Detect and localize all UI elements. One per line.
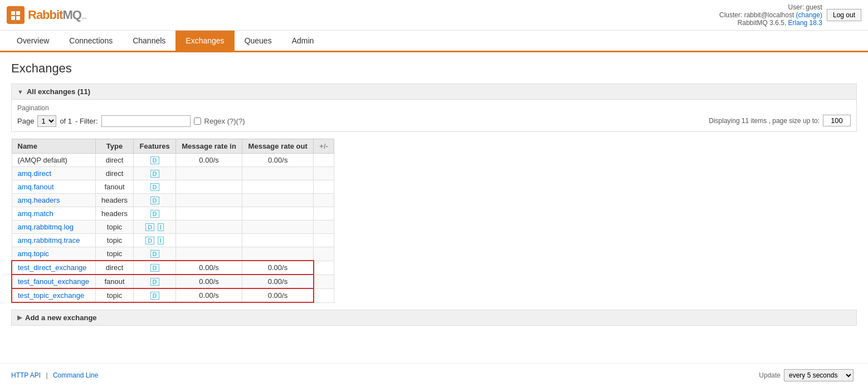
filter-label: - Filter:	[75, 117, 97, 125]
pagination-area: Pagination Page 1 of 1 - Filter: Regex (…	[11, 100, 857, 132]
exchange-name[interactable]: test_topic_exchange	[12, 288, 95, 302]
all-exchanges-label: All exchanges (11)	[27, 87, 90, 96]
regex-label: Regex (?)(?)	[204, 117, 245, 125]
table-row[interactable]: test_topic_exchangetopicD 0.00/s0.00/s	[12, 288, 334, 302]
exchanges-table: Name Type Features Message rate in Messa…	[11, 139, 334, 303]
of-label: of 1	[60, 117, 72, 125]
cluster-change-link[interactable]: (change)	[796, 11, 822, 19]
message-rate-in: 0.00/s	[175, 261, 242, 275]
exchange-name[interactable]: amq.rabbitmq.log	[12, 221, 95, 234]
table-row[interactable]: amq.rabbitmq.logtopicD I	[12, 221, 334, 234]
exchange-name[interactable]: (AMQP default)	[12, 154, 95, 167]
plus-minus-cell	[314, 194, 334, 207]
message-rate-out: 0.00/s	[242, 154, 314, 167]
pagination-label: Pagination	[17, 104, 851, 112]
user-info: User: guest Cluster: rabbit@localhost (c…	[719, 3, 822, 27]
table-row[interactable]: amq.directdirectD	[12, 167, 334, 180]
page-size-input[interactable]	[823, 115, 851, 126]
page-label: Page	[17, 117, 34, 125]
durable-badge: D	[150, 156, 159, 164]
exchange-features: D	[134, 180, 176, 194]
table-row[interactable]: test_fanout_exchangefanoutD 0.00/s0.00/s	[12, 275, 334, 288]
plus-minus-cell	[314, 180, 334, 194]
plus-minus-cell	[314, 247, 334, 261]
plus-minus-cell	[314, 167, 334, 180]
exchange-features: D	[134, 154, 176, 167]
nav-exchanges[interactable]: Exchanges	[175, 31, 234, 51]
exchange-features: D	[134, 167, 176, 180]
exchange-name[interactable]: test_fanout_exchange	[12, 275, 95, 288]
exchange-type: fanout	[95, 180, 133, 194]
internal-badge: I	[158, 223, 164, 231]
exchange-features: D	[134, 275, 176, 288]
table-row[interactable]: amq.fanoutfanoutD	[12, 180, 334, 194]
exchange-name[interactable]: amq.topic	[12, 247, 95, 261]
exchange-type: headers	[95, 194, 133, 207]
svg-rect-2	[11, 16, 15, 20]
exchange-features: D I	[134, 221, 176, 234]
table-row[interactable]: amq.matchheadersD	[12, 207, 334, 221]
message-rate-in	[175, 207, 242, 221]
col-type: Type	[95, 139, 133, 154]
all-exchanges-section: ▼ All exchanges (11) Pagination Page 1 o…	[11, 84, 857, 303]
exchange-name[interactable]: amq.headers	[12, 194, 95, 207]
collapse-icon: ▼	[17, 89, 23, 95]
plus-minus-cell	[314, 275, 334, 288]
message-rate-in	[175, 247, 242, 261]
table-row[interactable]: amq.rabbitmq.tracetopicD I	[12, 234, 334, 247]
plus-minus-cell	[314, 221, 334, 234]
table-row[interactable]: test_direct_exchangedirectD 0.00/s0.00/s	[12, 261, 334, 275]
svg-rect-0	[11, 11, 15, 15]
exchange-type: headers	[95, 207, 133, 221]
add-exchange-section: ▶ Add a new exchange	[11, 310, 857, 326]
exchange-name[interactable]: amq.rabbitmq.trace	[12, 234, 95, 247]
page-select[interactable]: 1	[37, 115, 56, 127]
nav-channels[interactable]: Channels	[123, 31, 175, 51]
exchanges-table-wrapper: Name Type Features Message rate in Messa…	[11, 139, 857, 303]
message-rate-out: 0.00/s	[242, 275, 314, 288]
plus-minus-cell	[314, 154, 334, 167]
plus-minus-cell	[314, 234, 334, 247]
add-exchange-header[interactable]: ▶ Add a new exchange	[12, 310, 856, 325]
message-rate-out	[242, 221, 314, 234]
add-exchange-label: Add a new exchange	[25, 313, 97, 322]
table-row[interactable]: amq.topictopicD	[12, 247, 334, 261]
exchange-name[interactable]: test_direct_exchange	[12, 261, 95, 275]
erlang-link[interactable]: Erlang 18.3	[788, 19, 822, 27]
col-features: Features	[134, 139, 176, 154]
svg-rect-3	[16, 16, 20, 20]
logout-button[interactable]: Log out	[827, 9, 861, 21]
exchange-name[interactable]: amq.fanout	[12, 180, 95, 194]
table-row[interactable]: (AMQP default)directD 0.00/s0.00/s	[12, 154, 334, 167]
plus-minus-cell	[314, 261, 334, 275]
logo: RabbitMQ...	[7, 6, 86, 24]
message-rate-out: 0.00/s	[242, 288, 314, 302]
regex-checkbox[interactable]	[194, 117, 201, 125]
exchange-name[interactable]: amq.match	[12, 207, 95, 221]
col-name: Name	[12, 139, 95, 154]
nav-admin[interactable]: Admin	[282, 31, 324, 51]
exchange-features: D	[134, 194, 176, 207]
page-title: Exchanges	[11, 61, 857, 76]
exchange-type: fanout	[95, 275, 133, 288]
durable-badge: D	[145, 223, 154, 231]
all-exchanges-header[interactable]: ▼ All exchanges (11)	[11, 84, 857, 100]
nav-connections[interactable]: Connections	[59, 31, 123, 51]
table-row[interactable]: amq.headersheadersD	[12, 194, 334, 207]
message-rate-out	[242, 180, 314, 194]
message-rate-in	[175, 194, 242, 207]
exchange-type: topic	[95, 288, 133, 302]
filter-input[interactable]	[101, 115, 191, 127]
nav-queues[interactable]: Queues	[235, 31, 282, 51]
exchange-name[interactable]: amq.direct	[12, 167, 95, 180]
message-rate-in: 0.00/s	[175, 275, 242, 288]
header: RabbitMQ... User: guest Cluster: rabbit@…	[0, 0, 868, 31]
durable-badge: D	[150, 264, 159, 272]
content: Exchanges ▼ All exchanges (11) Paginatio…	[0, 52, 868, 335]
nav-overview[interactable]: Overview	[7, 31, 59, 51]
version-label: RabbitMQ 3.6.5, Erlang 18.3	[719, 19, 822, 27]
durable-badge: D	[150, 170, 159, 178]
plus-minus-cell	[314, 207, 334, 221]
message-rate-in	[175, 221, 242, 234]
display-label: Displaying 11 items , page size up to:	[709, 117, 820, 125]
